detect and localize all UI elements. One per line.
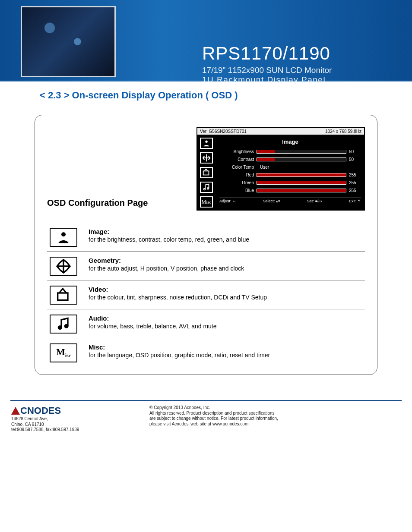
osd-row: Blue255: [219, 188, 361, 193]
osd-row-value: 255: [349, 180, 361, 185]
legal-line-1: © Copyright 2013 Acnodes, Inc.: [149, 405, 401, 411]
osd-row-value: 255: [349, 173, 361, 177]
footer-legal: © Copyright 2013 Acnodes, Inc. All right…: [149, 405, 401, 433]
desc-row: Audio:for volume, bass, treble, balance,…: [47, 309, 365, 338]
svg-point-2: [204, 189, 206, 190]
addr-line-3: tel:909.597.7588, fax:909.597.1939: [11, 427, 132, 433]
desc-row: Video:for the colour, tint, sharpness, n…: [47, 280, 365, 309]
osd-row-label: Brightness: [219, 149, 254, 154]
osd-slider-fill: [257, 173, 346, 176]
osd-row-value: 50: [349, 149, 361, 154]
desc-body: for the colour, tint, sharpness, noise r…: [89, 294, 267, 301]
osd-slider-fill: [257, 189, 346, 192]
desc-title: Video:: [89, 286, 267, 293]
osd-foot-set: Set: ●/▭: [307, 199, 322, 203]
osd-sidebar: Misc: [197, 135, 216, 210]
desc-body: for the language, OSD position, graphic …: [89, 352, 270, 359]
video-icon: [50, 286, 77, 305]
osd-foot-exit: Exit: ↰: [349, 199, 361, 203]
osd-slider[interactable]: [257, 181, 346, 185]
page-footer: CNODES 14628 Central Ave, Chino, CA 9171…: [11, 405, 401, 433]
osd-resolution: 1024 x 768 59.8Hz: [325, 129, 361, 134]
osd-foot-adjust: Adjust: ↔: [219, 199, 236, 203]
osd-row: Contrast50: [219, 157, 361, 162]
osd-wrap: OSD Configuration Page Ver: G56SN20SSTD7…: [47, 127, 365, 211]
geometry-icon: [50, 257, 77, 276]
banner-image: [21, 6, 116, 77]
osd-topbar: Ver: G56SN20SSTD701 1024 x 768 59.8Hz: [197, 128, 364, 135]
osd-row-value: 255: [349, 188, 361, 193]
footer-address: CNODES 14628 Central Ave, Chino, CA 9171…: [11, 405, 132, 433]
addr-line-1: 14628 Central Ave,: [11, 416, 132, 422]
osd-footer: Adjust: ↔ Select: ▴▾ Set: ●/▭ Exit: ↰: [219, 197, 361, 203]
desc-text: Audio:for volume, bass, treble, balance,…: [89, 315, 217, 330]
osd-tab-video-icon[interactable]: [200, 167, 213, 178]
osd-slider[interactable]: [257, 157, 346, 161]
brand-text: CNODES: [20, 405, 61, 416]
osd-tab-audio-icon[interactable]: [200, 182, 213, 193]
osd-slider-fill: [257, 150, 275, 153]
osd-heading: Image: [219, 139, 361, 145]
banner-text: RPS1170/1190 17/19" 1152x900 SUN LCD Mon…: [116, 0, 412, 81]
desc-body: for the auto adjust, H position, V posit…: [89, 265, 244, 272]
osd-row-label: Color Temp: [219, 165, 254, 170]
svg-rect-1: [203, 171, 209, 175]
desc-text: Misc:for the language, OSD position, gra…: [89, 343, 270, 359]
svg-rect-5: [58, 293, 68, 300]
desc-text: Image:for the brightness, contrast, colo…: [89, 228, 249, 243]
osd-foot-select: Select: ▴▾: [263, 199, 280, 203]
desc-title: Image:: [89, 228, 249, 235]
osd-slider-fill: [257, 158, 275, 161]
desc-body: for volume, bass, treble, balance, AVL a…: [89, 323, 217, 330]
addr-line-2: Chino, CA 91710: [11, 422, 132, 428]
osd-tab-misc-icon[interactable]: Misc: [200, 196, 213, 208]
desc-title: Geometry:: [89, 257, 244, 264]
banner-subtitle-1: 17/19" 1152x900 SUN LCD Monitor: [202, 66, 412, 75]
osd-row-label: Green: [219, 180, 254, 185]
desc-text: Geometry:for the auto adjust, H position…: [89, 257, 244, 272]
section-title: < 2.3 > On-screen Display Operation ( OS…: [40, 90, 412, 101]
desc-row: MiscMisc:for the language, OSD position,…: [47, 338, 365, 367]
osd-row-value[interactable]: User: [257, 165, 346, 170]
legal-line-4: please visit Acnodes' web site at www.ac…: [149, 422, 401, 427]
banner-subtitle-2: 1U Rackmount Display Panel: [202, 75, 412, 85]
osd-row-value: 50: [349, 157, 361, 162]
legal-line-3: are subject to change without notice. Fo…: [149, 416, 401, 422]
osd-slider[interactable]: [257, 173, 346, 177]
osd-tab-geometry-icon[interactable]: [200, 152, 213, 164]
brand-logo: CNODES: [11, 405, 132, 416]
desc-list: Image:for the brightness, contrast, colo…: [47, 223, 365, 367]
osd-body: Misc Image Brightness50Contrast50Color T…: [197, 135, 364, 210]
svg-point-3: [207, 188, 209, 189]
osd-menu: Ver: G56SN20SSTD701 1024 x 768 59.8Hz: [196, 127, 365, 211]
osd-card: OSD Configuration Page Ver: G56SN20SSTD7…: [35, 115, 377, 375]
svg-point-0: [205, 141, 208, 143]
desc-body: for the brightness, contrast, color temp…: [89, 236, 249, 243]
desc-row: Image:for the brightness, contrast, colo…: [47, 223, 365, 252]
osd-row-label: Red: [219, 173, 254, 177]
osd-slider[interactable]: [257, 150, 346, 154]
desc-title: Misc:: [89, 343, 270, 351]
audio-icon: [50, 315, 77, 334]
banner-title: RPS1170/1190: [202, 43, 412, 64]
legal-line-2: All rights reserved. Product description…: [149, 411, 401, 416]
svg-point-6: [58, 326, 61, 329]
osd-row-label: Contrast: [219, 157, 254, 162]
desc-row: Geometry:for the auto adjust, H position…: [47, 252, 365, 280]
osd-row: Red255: [219, 173, 361, 177]
desc-title: Audio:: [89, 315, 217, 322]
svg-point-4: [61, 232, 66, 236]
svg-point-7: [65, 325, 68, 328]
desc-text: Video:for the colour, tint, sharpness, n…: [89, 286, 267, 301]
osd-tab-image-icon[interactable]: [200, 138, 213, 149]
osd-row: Brightness50: [219, 149, 361, 154]
osd-slider[interactable]: [257, 189, 346, 192]
footer-rule: [10, 400, 402, 401]
osd-row: Green255: [219, 180, 361, 185]
brand-caret-icon: [11, 407, 20, 415]
osd-slider-fill: [257, 181, 346, 184]
banner: RPS1170/1190 17/19" 1152x900 SUN LCD Mon…: [0, 0, 412, 82]
osd-content: Image Brightness50Contrast50Color TempUs…: [216, 135, 364, 210]
osd-row-label: Blue: [219, 188, 254, 193]
osd-version: Ver: G56SN20SSTD701: [200, 129, 247, 134]
